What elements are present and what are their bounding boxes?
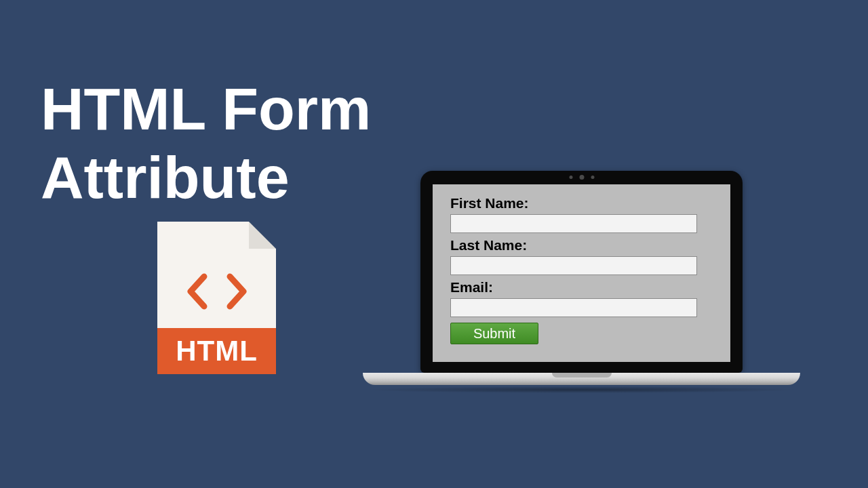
last-name-label: Last Name: <box>450 237 713 253</box>
file-fold <box>249 222 276 249</box>
laptop-screen: First Name: Last Name: Email: Submit <box>433 184 730 362</box>
title-line-1: HTML Form <box>41 75 371 143</box>
title-line-2: Attribute <box>41 143 371 211</box>
html-file-icon: HTML <box>157 222 276 374</box>
email-input[interactable] <box>450 298 697 317</box>
file-label: HTML <box>157 328 276 374</box>
first-name-label: First Name: <box>450 195 713 211</box>
page-title: HTML Form Attribute <box>41 75 371 211</box>
laptop-illustration: First Name: Last Name: Email: Submit <box>420 171 743 393</box>
laptop-shadow <box>363 386 800 393</box>
camera-dots <box>569 176 594 180</box>
submit-button[interactable]: Submit <box>450 323 538 344</box>
last-name-input[interactable] <box>450 256 697 275</box>
email-label: Email: <box>450 279 713 296</box>
first-name-input[interactable] <box>450 214 697 233</box>
code-brackets-icon <box>184 272 250 310</box>
laptop-frame: First Name: Last Name: Email: Submit <box>420 171 743 373</box>
laptop-base <box>363 373 800 385</box>
